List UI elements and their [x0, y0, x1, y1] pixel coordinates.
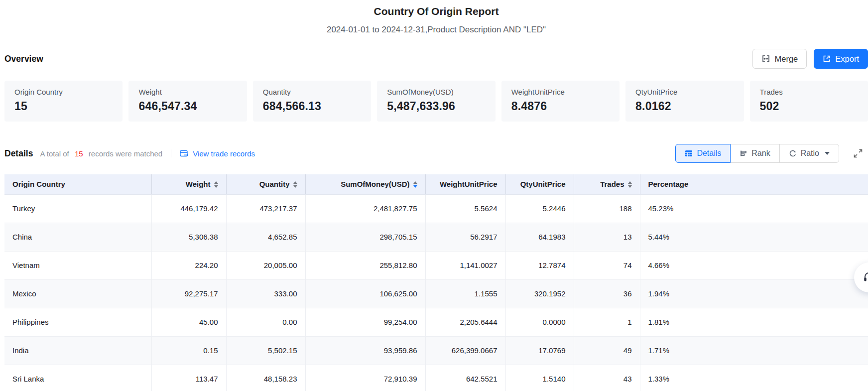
sort-carets-icon[interactable]	[293, 181, 297, 188]
merge-button[interactable]: Merge	[752, 49, 807, 69]
table-grid-icon	[685, 149, 693, 157]
details-toolbar: Details Rank	[675, 144, 868, 163]
details-header-row: Details A total of 15 records were match…	[4, 143, 868, 163]
cell-origin_country: Mexico	[4, 279, 151, 308]
page-title: Country Of Origin Report	[4, 5, 868, 18]
cell-quantity: 473,217.37	[226, 194, 305, 223]
cell-quantity: 333.00	[226, 279, 305, 308]
cell-percentage: 1.94%	[640, 279, 868, 308]
cell-weight_unit_price: 2,205.6444	[425, 308, 505, 336]
action-buttons: Merge Export	[752, 49, 868, 69]
table-row: Vietnam224.2020,005.00255,812.801,141.00…	[4, 251, 868, 279]
cell-trades: 49	[574, 336, 640, 365]
title-bar: Country Of Origin Report 2024-01-01 to 2…	[4, 0, 868, 35]
cell-percentage: 1.81%	[640, 308, 868, 336]
table-row: Mexico92,275.17333.00106,625.001.1555320…	[4, 279, 868, 308]
column-header-qty_unit_price: QtyUnitPrice	[505, 174, 574, 194]
cell-sum_of_money_usd: 106,625.00	[305, 279, 425, 308]
cell-trades: 1	[574, 308, 640, 336]
circular-arrow-icon	[789, 149, 797, 157]
cell-weight_unit_price: 626,399.0667	[425, 336, 505, 365]
stat-card-quantity: Quantity684,566.13	[253, 81, 371, 122]
cell-origin_country: Vietnam	[4, 251, 151, 279]
stat-card-weight: Weight646,547.34	[128, 81, 247, 122]
table-row: China5,306.384,652.85298,705.1556.291764…	[4, 223, 868, 251]
stat-card-trades: Trades502	[750, 81, 868, 122]
column-header-sum_of_money_usd[interactable]: SumOfMoney(USD)	[305, 174, 425, 194]
cell-sum_of_money_usd: 99,254.00	[305, 308, 425, 336]
cell-quantity: 0.00	[226, 308, 305, 336]
sort-carets-icon[interactable]	[628, 181, 632, 188]
cell-weight: 5,306.38	[151, 223, 226, 251]
sort-carets-icon[interactable]	[413, 181, 417, 188]
table-row: Turkey446,179.42473,217.372,481,827.755.…	[4, 194, 868, 223]
view-switch-tabs: Details Rank	[675, 144, 839, 163]
cell-quantity: 4,652.85	[226, 223, 305, 251]
column-header-label: Percentage	[648, 180, 689, 188]
vertical-divider	[171, 149, 171, 157]
stat-card-label: Weight	[138, 88, 237, 96]
column-header-label: Trades	[600, 180, 624, 188]
tab-details[interactable]: Details	[675, 144, 731, 163]
column-header-label: WeightUnitPrice	[440, 180, 497, 188]
cell-weight_unit_price: 1,141.0027	[425, 251, 505, 279]
cell-weight: 0.15	[151, 336, 226, 365]
report-page: Country Of Origin Report 2024-01-01 to 2…	[0, 0, 868, 391]
stat-card-value: 684,566.13	[263, 100, 361, 113]
column-header-weight[interactable]: Weight	[151, 174, 226, 194]
table-row: Sri Lanka113.4748,158.2372,910.39642.552…	[4, 365, 868, 391]
stat-card-value: 8.0162	[635, 100, 734, 113]
cell-qty_unit_price: 17.0769	[505, 336, 574, 365]
cell-weight: 113.47	[151, 365, 226, 391]
cell-weight: 92,275.17	[151, 279, 226, 308]
stat-card-sumofmoney-usd-: SumOfMoney(USD)5,487,633.96	[377, 81, 495, 122]
column-header-trades[interactable]: Trades	[574, 174, 640, 194]
tab-details-label: Details	[697, 149, 721, 158]
bar-chart-icon	[740, 149, 747, 157]
cell-percentage: 1.71%	[640, 336, 868, 365]
cell-origin_country: India	[4, 336, 151, 365]
fullscreen-button[interactable]	[853, 148, 863, 158]
column-header-label: QtyUnitPrice	[520, 180, 566, 188]
cell-quantity: 48,158.23	[226, 365, 305, 391]
cell-quantity: 20,005.00	[226, 251, 305, 279]
cell-qty_unit_price: 320.1952	[505, 279, 574, 308]
cell-sum_of_money_usd: 298,705.15	[305, 223, 425, 251]
tab-ratio-label: Ratio	[801, 149, 819, 158]
tab-rank[interactable]: Rank	[730, 144, 779, 163]
overview-cards: Origin Country15Weight646,547.34Quantity…	[4, 81, 868, 122]
table-row: India0.155,502.1593,959.86626,399.066717…	[4, 336, 868, 365]
cell-weight: 446,179.42	[151, 194, 226, 223]
stat-card-qtyunitprice: QtyUnitPrice8.0162	[625, 81, 744, 122]
chevron-down-icon	[825, 152, 830, 155]
cell-qty_unit_price: 12.7874	[505, 251, 574, 279]
column-header-origin_country: Origin Country	[4, 174, 151, 194]
cell-origin_country: Turkey	[4, 194, 151, 223]
cell-sum_of_money_usd: 72,910.39	[305, 365, 425, 391]
column-header-label: Weight	[186, 180, 211, 188]
cell-percentage: 45.23%	[640, 194, 868, 223]
export-button[interactable]: Export	[814, 49, 868, 69]
cell-percentage: 1.33%	[640, 365, 868, 391]
table-row: Philippines45.000.0099,254.002,205.64440…	[4, 308, 868, 336]
details-table: Origin CountryWeightQuantitySumOfMoney(U…	[4, 174, 868, 391]
cell-trades: 36	[574, 279, 640, 308]
tab-ratio[interactable]: Ratio	[779, 144, 839, 163]
view-trade-records-link[interactable]: View trade records	[180, 149, 255, 158]
cell-qty_unit_price: 64.1983	[505, 223, 574, 251]
cell-quantity: 5,502.15	[226, 336, 305, 365]
column-header-quantity[interactable]: Quantity	[226, 174, 305, 194]
sort-carets-icon[interactable]	[214, 181, 218, 188]
table-header-row: Origin CountryWeightQuantitySumOfMoney(U…	[4, 174, 868, 194]
cell-weight_unit_price: 642.5521	[425, 365, 505, 391]
stat-card-value: 8.4876	[511, 100, 610, 113]
overview-header-row: Overview Merge	[4, 49, 868, 69]
cell-weight: 45.00	[151, 308, 226, 336]
cell-origin_country: Philippines	[4, 308, 151, 336]
merge-icon	[761, 54, 770, 63]
stat-card-label: Quantity	[263, 88, 361, 96]
view-trade-records-label: View trade records	[193, 149, 255, 158]
column-header-label: Origin Country	[12, 180, 65, 188]
stat-card-value: 502	[760, 100, 858, 113]
export-button-label: Export	[835, 54, 859, 64]
